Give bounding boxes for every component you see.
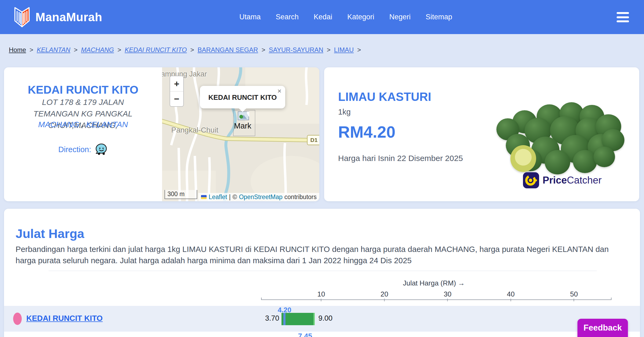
breadcrumb-link-machang[interactable]: MACHANG xyxy=(81,46,114,54)
store-district-link[interactable]: MACHANG xyxy=(38,120,79,129)
breadcrumb-link-sayur-sayuran[interactable]: SAYUR-SAYURAN xyxy=(269,46,323,54)
price-date-note: Harga hari Isnin 22 Disember 2025 xyxy=(338,154,463,163)
pricecatcher-wordmark: PriceCatcher xyxy=(543,175,602,186)
store-info: KEDAI RUNCIT KITO LOT 178 & 179 JALAN TE… xyxy=(4,67,162,201)
nav-item-kategori[interactable]: Kategori xyxy=(347,13,374,21)
breadcrumb-separator: > xyxy=(357,46,361,54)
breadcrumb-link-limau[interactable]: LIMAU xyxy=(334,46,354,54)
product-price: RM4.20 xyxy=(338,123,396,141)
popup-close-icon[interactable]: × xyxy=(277,87,281,94)
breadcrumb-separator: > xyxy=(118,46,121,54)
chart-axis-label: Julat Harga (RM) → xyxy=(380,279,488,287)
product-unit: 1kg xyxy=(338,108,351,116)
next-row-price-label: 7.45 xyxy=(289,332,321,337)
nav-item-sitemap[interactable]: Sitemap xyxy=(426,13,452,21)
chart-axis-line xyxy=(261,299,612,300)
hamburger-menu-icon[interactable] xyxy=(617,12,629,22)
price-range-card: Julat Harga Perbandingan harga terkini d… xyxy=(4,209,640,337)
lime-fruit xyxy=(594,146,615,167)
breadcrumb-separator: > xyxy=(74,46,78,54)
lime-fruit xyxy=(573,150,597,173)
breadcrumb-separator: > xyxy=(327,46,331,54)
breadcrumb-link-home[interactable]: Home xyxy=(9,46,26,54)
product-name: LIMAU KASTURI xyxy=(338,90,431,104)
map-place-label: ampung Jakar xyxy=(162,70,207,78)
openstreetmap-link[interactable]: OpenStreetMap xyxy=(239,193,282,201)
brand-name: ManaMurah xyxy=(35,10,102,24)
page: ManaMurah Utama Search Kedai Kategori Ne… xyxy=(0,0,644,337)
breadcrumb-separator: > xyxy=(190,46,194,54)
waze-icon xyxy=(95,143,108,156)
breadcrumb-link-kedai-runcit-kito[interactable]: KEDAI RUNCIT KITO xyxy=(125,46,187,54)
product-card: LIMAU KASTURI 1kg RM4.20 Harga hari Isni… xyxy=(324,67,639,201)
zoom-in-button[interactable]: + xyxy=(170,76,183,91)
nav-item-search[interactable]: Search xyxy=(276,13,299,21)
map-attribution: Leaflet | © OpenStreetMap contributors xyxy=(198,193,319,201)
comma: , xyxy=(82,120,84,129)
popup-title: KEDAI RUNCIT KITO xyxy=(200,93,285,102)
max-price-label: 9.00 xyxy=(318,314,332,323)
nav-item-negeri[interactable]: Negeri xyxy=(389,13,411,21)
map-scale-bar: 300 m xyxy=(164,190,197,199)
attribution-suffix: contributors xyxy=(284,193,317,201)
broken-image-icon xyxy=(238,111,250,121)
min-price-label: 3.70 xyxy=(244,314,279,323)
manamurah-logo-icon xyxy=(13,6,31,28)
map-place-label: Pangkal-Chuit xyxy=(171,126,218,134)
chart-top-divider xyxy=(49,271,597,271)
map-marker-broken-image[interactable]: Mark xyxy=(233,110,255,136)
zoom-out-button[interactable]: − xyxy=(170,91,183,106)
row-dot xyxy=(13,313,22,325)
breadcrumb-separator: > xyxy=(262,46,265,54)
breadcrumb-separator: > xyxy=(30,46,33,54)
attribution-divider: | xyxy=(229,193,231,201)
direction-row: Direction: xyxy=(4,143,162,156)
feedback-button[interactable]: Feedback xyxy=(577,319,628,337)
pricecatcher-icon xyxy=(523,172,539,189)
direction-label: Direction: xyxy=(58,145,91,154)
row-store-link[interactable]: KEDAI RUNCIT KITO xyxy=(26,314,103,323)
cut-lime-fruit xyxy=(510,145,536,172)
store-state-link[interactable]: KELANTAN xyxy=(86,120,128,129)
breadcrumb-link-kelantan[interactable]: KELANTAN xyxy=(37,46,70,54)
pricecatcher-logo: PriceCatcher xyxy=(523,172,602,189)
attribution-copyright: © xyxy=(233,193,237,201)
map-popup: KEDAI RUNCIT KITO × xyxy=(200,86,285,108)
current-price-marker xyxy=(283,313,286,325)
store-name: KEDAI RUNCIT KITO xyxy=(4,83,162,96)
marker-alt-text: Mark xyxy=(234,122,251,130)
leaflet-link[interactable]: Leaflet xyxy=(208,193,227,201)
waze-direction-link[interactable] xyxy=(95,143,108,156)
leaflet-map[interactable]: ampung Jakar Pangkal-Chuit D1 Mark KEDAI… xyxy=(162,67,319,201)
road-shield: D1 xyxy=(307,135,319,145)
section-title: Julat Harga xyxy=(16,226,84,241)
breadcrumb-link-barangan-segar[interactable]: BARANGAN SEGAR xyxy=(197,46,258,54)
chart-row-next: 7.45 xyxy=(4,332,640,337)
brand-home-link[interactable]: ManaMurah xyxy=(13,0,102,34)
price-range-bar xyxy=(281,313,315,325)
chart-axis-ticks: 1020304050 xyxy=(4,290,640,301)
section-description: Perbandingan harga terkini dan julat har… xyxy=(16,244,630,266)
chart-row-store: KEDAI RUNCIT KITO 4.20 3.70 9.00 xyxy=(4,306,640,332)
main-nav: Utama Search Kedai Kategori Negeri Sitem… xyxy=(239,0,452,34)
nav-item-kedai[interactable]: Kedai xyxy=(314,13,332,21)
breadcrumb: Home > KELANTAN > MACHANG > KEDAI RUNCIT… xyxy=(9,46,364,54)
lime-fruit xyxy=(545,150,570,174)
store-card: KEDAI RUNCIT KITO LOT 178 & 179 JALAN TE… xyxy=(4,67,319,201)
map-zoom-control: + − xyxy=(170,76,184,107)
top-navbar: ManaMurah Utama Search Kedai Kategori Ne… xyxy=(0,0,644,34)
product-image xyxy=(496,102,616,173)
store-city-state: MACHANG , KELANTAN xyxy=(4,120,162,129)
ukraine-flag-icon xyxy=(201,195,207,199)
nav-item-utama[interactable]: Utama xyxy=(239,13,261,21)
